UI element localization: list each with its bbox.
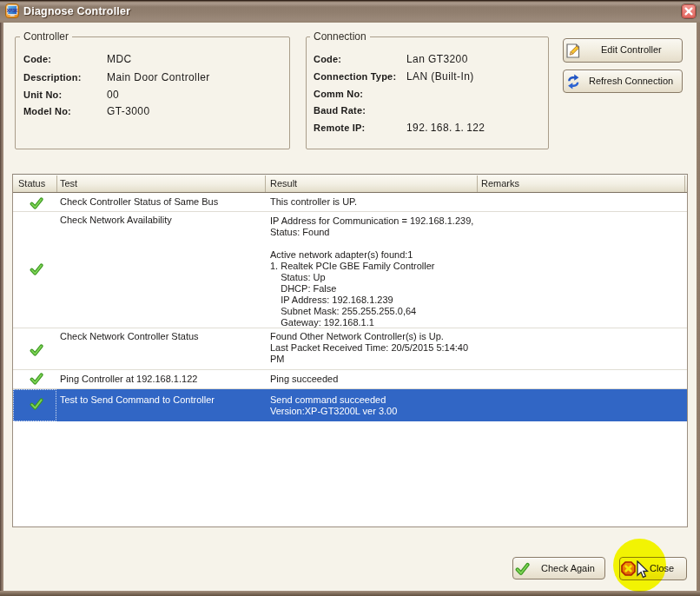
svg-text:XP3K: XP3K [7,8,18,13]
